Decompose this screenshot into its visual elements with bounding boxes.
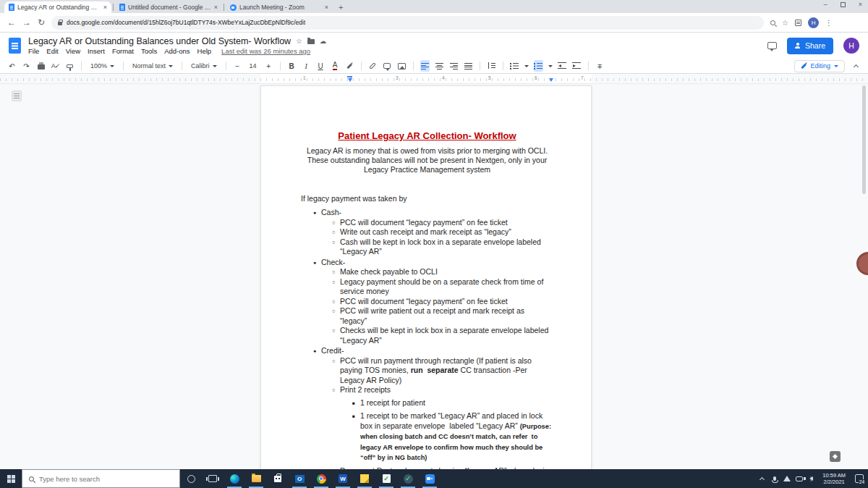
google-docs-logo[interactable]: [9, 38, 21, 54]
insert-link-icon[interactable]: [368, 60, 378, 72]
menu-view[interactable]: View: [66, 47, 80, 55]
explore-button[interactable]: [830, 451, 841, 462]
document-page[interactable]: Patient Legacy AR Collection- Workflow L…: [260, 85, 592, 469]
url-field[interactable]: docs.google.com/document/d/15hlZ6oj7bU1q…: [51, 16, 764, 30]
decrease-font-size-button[interactable]: −: [233, 60, 242, 72]
tray-microphone[interactable]: [768, 469, 780, 488]
clear-formatting-icon[interactable]: T: [595, 60, 605, 72]
window-minimize-button[interactable]: –: [824, 1, 827, 8]
align-right-icon[interactable]: [449, 60, 459, 72]
redo-icon[interactable]: ↷: [22, 60, 31, 72]
menu-file[interactable]: File: [28, 47, 39, 55]
underline-icon[interactable]: U: [316, 60, 326, 72]
show-outline-icon[interactable]: [12, 91, 22, 101]
numbered-list-icon[interactable]: [510, 60, 519, 72]
zoom-page-icon[interactable]: [770, 20, 775, 25]
line-spacing-icon[interactable]: [487, 60, 496, 72]
account-avatar[interactable]: H: [843, 38, 859, 54]
open-comments-icon[interactable]: [767, 42, 777, 49]
taskbar-sticky-notes[interactable]: [354, 469, 375, 488]
roller-glyph: [67, 64, 73, 68]
hide-menus-icon[interactable]: [854, 64, 859, 69]
move-folder-icon[interactable]: [307, 39, 315, 44]
print-icon[interactable]: [36, 60, 46, 72]
taskbar-clock[interactable]: 10:59 AM 2/2/2021: [817, 472, 851, 485]
left-indent-marker[interactable]: [348, 78, 352, 82]
taskbar-search[interactable]: [22, 469, 180, 488]
extension-icon[interactable]: [795, 20, 801, 26]
new-tab-button[interactable]: +: [339, 3, 343, 12]
menu-format[interactable]: Format: [112, 47, 134, 55]
taskbar-outlook[interactable]: O: [289, 469, 310, 488]
bookmark-star-icon[interactable]: ☆: [782, 19, 788, 27]
taskbar-store[interactable]: [267, 469, 289, 488]
insert-image-icon[interactable]: [397, 60, 407, 72]
vertical-scrollbar[interactable]: [862, 85, 866, 194]
tab-zoom-meeting[interactable]: Launch Meeting - Zoom ×: [226, 1, 333, 13]
editing-mode-button[interactable]: Editing: [794, 60, 845, 72]
forward-icon[interactable]: →: [22, 18, 31, 27]
align-justify-icon[interactable]: [464, 60, 473, 72]
tab-legacy-ar[interactable]: Legacy AR or Outstanding Balan ×: [4, 1, 111, 13]
toolbar-divider: [588, 62, 589, 70]
share-button[interactable]: Share: [787, 38, 833, 54]
taskbar-word[interactable]: W: [332, 469, 354, 488]
taskbar-check-circle-app[interactable]: ✓: [397, 469, 419, 488]
floating-widget-badge[interactable]: [856, 252, 868, 275]
cortana-button[interactable]: [180, 469, 202, 488]
window-maximize-button[interactable]: [841, 2, 846, 7]
reload-icon[interactable]: ↻: [38, 18, 45, 27]
right-indent-marker[interactable]: [549, 78, 553, 82]
paint-format-icon[interactable]: [65, 60, 75, 72]
chevron-down-icon[interactable]: [524, 65, 529, 67]
menu-insert[interactable]: Insert: [88, 47, 105, 55]
increase-font-size-button[interactable]: +: [264, 60, 273, 72]
align-left-icon[interactable]: [420, 60, 430, 72]
close-icon[interactable]: ×: [103, 4, 107, 11]
menu-addons[interactable]: Add-ons: [164, 47, 190, 55]
taskbar-file-explorer[interactable]: [245, 469, 267, 488]
italic-icon[interactable]: I: [302, 60, 311, 72]
back-icon[interactable]: ←: [7, 18, 16, 27]
close-icon[interactable]: ×: [325, 4, 328, 11]
menu-tools[interactable]: Tools: [141, 47, 157, 55]
taskbar-edge[interactable]: [224, 469, 245, 488]
browser-profile-avatar[interactable]: H: [808, 17, 819, 28]
menu-help[interactable]: Help: [197, 47, 212, 55]
undo-icon[interactable]: ↶: [7, 60, 17, 72]
menu-edit[interactable]: Edit: [46, 47, 58, 55]
window-close-button[interactable]: ×: [859, 1, 862, 8]
taskbar-zoom-app[interactable]: [419, 469, 441, 488]
close-icon[interactable]: ×: [214, 4, 218, 11]
zoom-select[interactable]: 100%: [88, 62, 116, 70]
decrease-indent-icon[interactable]: [558, 60, 567, 72]
tray-network[interactable]: [780, 469, 793, 488]
bulleted-list-icon[interactable]: [534, 60, 543, 72]
taskbar-check-document-app[interactable]: ✓: [375, 469, 397, 488]
last-edit-link[interactable]: Last edit was 26 minutes ago: [221, 47, 310, 55]
tab-untitled-document[interactable]: Untitled document - Google Do ×: [115, 1, 222, 13]
font-select[interactable]: Calibri: [189, 62, 219, 70]
taskbar-chrome[interactable]: [310, 469, 332, 488]
increase-indent-icon[interactable]: [572, 60, 582, 72]
browser-menu-icon[interactable]: ⋮: [825, 19, 833, 27]
paragraph-style-select[interactable]: Normal text: [130, 62, 175, 70]
first-line-indent-marker[interactable]: [347, 76, 352, 78]
ruler-number: 3: [396, 75, 399, 80]
search-input[interactable]: [39, 475, 155, 483]
bold-icon[interactable]: B: [287, 60, 297, 72]
highlight-color-icon[interactable]: [345, 60, 354, 72]
start-button[interactable]: [0, 469, 22, 488]
tray-expand-button[interactable]: [756, 469, 768, 488]
chevron-down-icon[interactable]: [548, 65, 553, 67]
align-center-icon[interactable]: [435, 60, 444, 72]
action-center-button[interactable]: 24: [851, 469, 868, 488]
task-view-button[interactable]: [202, 469, 224, 488]
insert-comment-icon[interactable]: [383, 60, 392, 72]
document-title[interactable]: Legacy AR or Outstanding Balances under …: [28, 36, 291, 46]
font-size-field[interactable]: 14: [247, 62, 259, 70]
tray-volume[interactable]: [805, 469, 817, 488]
text-color-icon[interactable]: A: [331, 60, 340, 72]
spellcheck-icon[interactable]: A✓: [51, 60, 60, 72]
star-document-icon[interactable]: ☆: [296, 38, 302, 45]
